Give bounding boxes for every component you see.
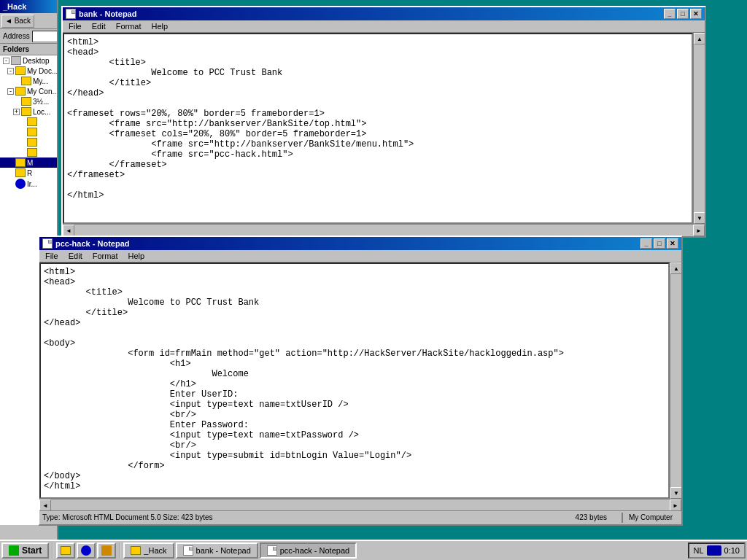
folder-icon (61, 546, 71, 555)
taskbar-pcchack-button[interactable]: pcc-hack - Notepad (260, 542, 357, 559)
tree-item-m[interactable]: M (0, 158, 57, 168)
tree-item-ir[interactable]: Ir... (0, 178, 57, 190)
hack-menubar: File Edit Format Help (39, 250, 681, 262)
address-bar: Address Go (0, 29, 57, 44)
hack-titlebar: pcc-hack - Notepad _ □ ✕ (39, 237, 681, 250)
folder-icon (27, 138, 37, 147)
system-tray: NL 0:10 (688, 542, 746, 559)
hack-computer: My Computer (623, 513, 678, 521)
tray-time: 0:10 (724, 546, 740, 555)
bank-hscroll-track[interactable] (74, 225, 693, 236)
hack-hscroll-left[interactable]: ◄ (39, 499, 51, 511)
bank-close-button[interactable]: ✕ (690, 9, 702, 19)
tree-item-sub1[interactable] (0, 117, 57, 127)
bank-editor-body: <html> <head> <title> Welcome to PCC Tru… (63, 33, 705, 236)
bank-title-text: bank - Notepad (66, 9, 136, 19)
taskbar-bank-button[interactable]: bank - Notepad (176, 542, 258, 559)
tree-item-sub3[interactable] (0, 137, 57, 147)
hack-vscrollbar: ▲ ▼ (670, 262, 681, 499)
bank-menu-file[interactable]: File (64, 21, 86, 31)
explorer-title: _Hack (3, 2, 26, 11)
expand-icon[interactable]: - (7, 68, 14, 74)
hack-hscroll-track[interactable] (51, 499, 670, 510)
tree-item-mycon[interactable]: - My Con... (0, 86, 57, 96)
hack-minimize-button[interactable]: _ (640, 238, 652, 249)
tree-item-desktop[interactable]: - Desktop (0, 55, 57, 66)
expand-icon[interactable]: - (7, 88, 14, 95)
tree-item-sub2[interactable] (0, 127, 57, 137)
hack-scroll-down[interactable]: ▼ (670, 487, 681, 499)
hack-title-text: pcc-hack - Notepad (42, 238, 129, 249)
folder-icon (15, 87, 26, 96)
quicklaunch-explorer[interactable] (56, 542, 75, 559)
bank-hscrollbar: ◄ ► (63, 224, 705, 236)
bank-hscroll-left[interactable]: ◄ (63, 225, 74, 236)
folder-icon (21, 97, 31, 106)
hack-menu-help[interactable]: Help (124, 251, 150, 261)
hack-close-button[interactable]: ✕ (667, 238, 678, 249)
tree-item-my[interactable]: My... (0, 76, 57, 86)
taskbar-divider2 (119, 542, 120, 559)
bank-scroll-down[interactable]: ▼ (694, 212, 705, 224)
address-input[interactable] (32, 31, 58, 42)
bank-maximize-button[interactable]: □ (677, 9, 689, 19)
hack-menu-format[interactable]: Format (88, 251, 123, 261)
hack-statusbar: Type: Microsoft HTML Document 5.0 Size: … (39, 510, 681, 524)
taskbar-pcchack-label: pcc-hack - Notepad (280, 546, 349, 555)
bank-menubar: File Edit Format Help (63, 20, 705, 33)
bank-menu-format[interactable]: Format (112, 21, 146, 31)
bank-vscrollbar: ▲ ▼ (693, 33, 705, 224)
explorer-titlebar: _Hack (0, 0, 57, 13)
folder-icon (27, 117, 37, 126)
hack-editor: <html> <head> <title> Welcome to PCC Tru… (39, 262, 681, 499)
hack-menu-edit[interactable]: Edit (64, 251, 87, 261)
hack-status-text: Type: Microsoft HTML Document 5.0 Size: … (42, 513, 561, 521)
start-label: Start (22, 545, 42, 556)
start-button[interactable]: Start (1, 542, 49, 559)
bank-text-area[interactable]: <html> <head> <title> Welcome to PCC Tru… (63, 33, 693, 224)
bank-menu-help[interactable]: Help (147, 21, 173, 31)
hack-scroll-up[interactable]: ▲ (670, 262, 681, 274)
notepad-icon (42, 238, 53, 249)
bank-menu-edit[interactable]: Edit (88, 21, 110, 31)
ie-icon (15, 179, 26, 189)
back-button[interactable]: ◄ Back (1, 15, 34, 28)
hack-maximize-button[interactable]: □ (654, 238, 665, 249)
bank-scroll-track[interactable] (694, 44, 705, 212)
hack-hscroll-right[interactable]: ► (670, 499, 681, 511)
explorer-toolbar: ◄ Back (0, 13, 57, 29)
hack-text-area[interactable]: <html> <head> <title> Welcome to PCC Tru… (39, 262, 670, 499)
hack-hscrollbar: ◄ ► (39, 499, 681, 510)
folder-icon (21, 77, 31, 85)
quicklaunch-ie[interactable] (77, 542, 96, 559)
hack-title: pcc-hack - Notepad (55, 239, 129, 248)
bank-window-controls: _ □ ✕ (664, 9, 702, 19)
taskbar: Start _Hack bank - Notepad pcc-hack - No… (0, 540, 747, 560)
expand-icon[interactable]: + (13, 109, 20, 115)
bank-editor: <html> <head> <title> Welcome to PCC Tru… (63, 33, 705, 224)
taskbar-divider1 (52, 542, 53, 559)
bank-scroll-up[interactable]: ▲ (694, 33, 705, 44)
bank-hscroll-right[interactable]: ► (693, 225, 705, 236)
hack-editor-body: <html> <head> <title> Welcome to PCC Tru… (39, 262, 681, 524)
hack-scroll-track[interactable] (670, 274, 681, 487)
ie-icon (81, 545, 91, 556)
notepad-icon (267, 545, 277, 556)
tree-item-mydoc[interactable]: - My Doc... (0, 66, 57, 76)
quicklaunch-misc[interactable] (97, 542, 116, 559)
hack-window-controls: _ □ ✕ (640, 238, 678, 249)
tree-item-r[interactable]: R (0, 168, 57, 178)
address-label: Address (3, 32, 30, 40)
expand-icon[interactable]: - (3, 58, 9, 64)
bank-minimize-button[interactable]: _ (664, 9, 676, 19)
hack-notepad-window: pcc-hack - Notepad _ □ ✕ File Edit Forma… (38, 236, 683, 526)
notepad-icon (183, 545, 193, 556)
taskbar-hack-button[interactable]: _Hack (123, 542, 174, 559)
hack-size: 423 bytes (561, 513, 622, 521)
hack-menu-file[interactable]: File (41, 251, 63, 261)
tray-lang: NL (694, 546, 704, 555)
tree-item-3half[interactable]: 3½... (0, 96, 57, 106)
tree-item-sub4[interactable] (0, 147, 57, 158)
folder-icon (131, 546, 141, 555)
tree-item-loc[interactable]: + Loc... (0, 106, 57, 117)
